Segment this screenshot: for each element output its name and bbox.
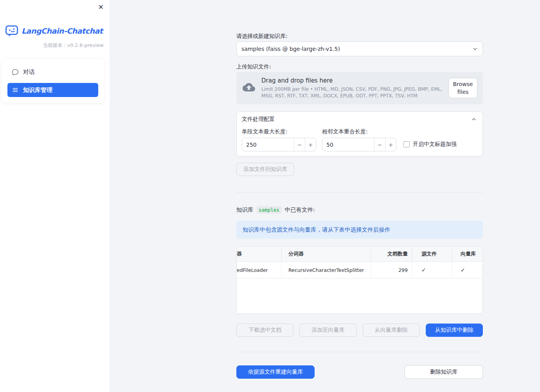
kb-files-table[interactable]: 文档加载器 分词器 文档数量 源文件 向量库 UnstructuredFileL… (236, 246, 483, 314)
divider (236, 192, 483, 192)
expander-title: 文件处理配置 (242, 116, 275, 123)
table-header-row: 文档加载器 分词器 文档数量 源文件 向量库 (237, 246, 482, 262)
info-banner: 知识库中包含源文件与向量库，请从下表中选择文件后操作 (236, 221, 483, 239)
overlap-size-label: 相邻文本重合长度: (322, 128, 396, 135)
chevron-down-icon (472, 45, 479, 52)
logo-text: LangChain-Chatchat (22, 27, 103, 35)
chat-icon (12, 69, 18, 75)
divider (236, 352, 483, 352)
chunk-size-input[interactable]: 250 − + (242, 138, 316, 151)
delete-kb-button[interactable]: 删除知识库 (405, 365, 483, 379)
cell-loader: UnstructuredFileLoader (237, 262, 282, 278)
overlap-size-input[interactable]: 50 − + (322, 138, 396, 151)
close-icon: ✕ (98, 4, 104, 11)
add-to-vector-store-button[interactable]: 添加至向量库 (299, 324, 356, 337)
browse-files-button[interactable]: Browse files (448, 78, 477, 99)
cell-doc-count: 299 (371, 262, 412, 278)
sidebar: ✕ LangChain-Chatchat 当前版本：v0.2.6-preview (0, 0, 110, 392)
delete-from-kb-button[interactable]: 从知识库中删除 (426, 324, 483, 337)
menu-item-label: 对话 (23, 68, 35, 76)
sidebar-item-dialogue[interactable]: 对话 (7, 65, 98, 79)
check-icon: ✓ (421, 267, 426, 273)
kb-select-label: 请选择或新建知识库: (236, 32, 483, 40)
kb-files-suffix: 中已有文件: (284, 207, 315, 213)
file-uploader-dropzone[interactable]: Drag and drop files here Limit 200MB per… (236, 72, 483, 104)
cell-vector-store: ✓ (452, 262, 482, 278)
uploader-title: Drag and drop files here (261, 77, 442, 84)
expander-content: 单段文本最大长度: 250 − + 相邻文本重合长度: 50 − + (237, 127, 482, 156)
app-root: ✕ LangChain-Chatchat 当前版本：v0.2.6-preview (0, 0, 540, 392)
download-selected-button[interactable]: 下载选中文档 (236, 324, 293, 337)
main-content: 请选择或新建知识库: samples (faiss @ bge-large-zh… (110, 0, 540, 392)
cell-source-file: ✓ (412, 262, 452, 278)
upload-label: 上传知识文件: (236, 63, 483, 70)
sidebar-item-knowledge-base[interactable]: 知识库管理 (7, 83, 98, 97)
kb-files-prefix: 知识库 (236, 207, 254, 213)
check-icon: ✓ (461, 267, 465, 273)
column-header-splitter[interactable]: 分词器 (282, 246, 371, 261)
version-label: 当前版本：v0.2.6-preview (0, 42, 110, 49)
overlap-size-value: 50 (322, 138, 374, 151)
overlap-size-increment-button[interactable]: + (385, 138, 396, 151)
rebuild-vector-store-button[interactable]: 依据源文件重建向量库 (236, 365, 315, 379)
uploader-text: Drag and drop files here Limit 200MB per… (261, 77, 442, 99)
list-icon (12, 87, 18, 93)
add-files-to-kb-button[interactable]: 添加文件到知识库 (236, 163, 294, 176)
column-header-vector-store[interactable]: 向量库 (452, 246, 482, 261)
column-header-source-file[interactable]: 源文件 (412, 246, 452, 261)
kb-selectbox[interactable]: samples (faiss @ bge-large-zh-v1.5) (236, 41, 483, 56)
zh-title-enhance-label: 开启中文标题加强 (413, 141, 457, 148)
cloud-upload-icon (243, 81, 255, 95)
chunk-size-decrement-button[interactable]: − (294, 138, 305, 151)
chunk-size-value: 250 (242, 138, 294, 151)
kb-footer-actions: 依据源文件重建向量库 删除知识库 (236, 365, 483, 379)
info-banner-text: 知识库中包含源文件与向量库，请从下表中选择文件后操作 (243, 226, 390, 234)
app-logo: LangChain-Chatchat (5, 25, 106, 37)
zh-title-enhance-checkbox[interactable]: 开启中文标题加强 (403, 141, 457, 148)
column-header-doc-count[interactable]: 文档数量 (371, 246, 412, 261)
kb-selectbox-value: samples (faiss @ bge-large-zh-v1.5) (241, 46, 340, 52)
chevron-up-icon (470, 116, 477, 123)
chunk-size-label: 单段文本最大长度: (242, 128, 316, 135)
file-config-expander: 文件处理配置 单段文本最大长度: 250 − + (236, 111, 483, 156)
menu-item-label: 知识库管理 (23, 86, 52, 94)
file-actions: 下载选中文档 添加至向量库 从向量库删除 从知识库中删除 (236, 324, 483, 337)
chat-bubble-logo-icon (5, 25, 18, 37)
chunk-size-increment-button[interactable]: + (305, 138, 316, 151)
sidebar-close-button[interactable]: ✕ (97, 2, 105, 12)
delete-from-vector-store-button[interactable]: 从向量库删除 (363, 324, 420, 337)
sidebar-menu: 对话 知识库管理 (2, 59, 104, 103)
uploader-limit-hint: Limit 200MB per file • HTML, MD, JSON, C… (261, 86, 442, 99)
table-row[interactable]: UnstructuredFileLoader RecursiveCharacte… (237, 262, 482, 279)
kb-name-code: samples (257, 206, 281, 214)
column-header-loader[interactable]: 文档加载器 (237, 246, 282, 261)
kb-files-heading: 知识库 samples 中已有文件: (236, 205, 483, 214)
expander-header[interactable]: 文件处理配置 (237, 112, 482, 127)
checkbox-box[interactable] (403, 141, 410, 147)
cell-splitter: RecursiveCharacterTextSplitter (282, 262, 371, 278)
overlap-size-decrement-button[interactable]: − (374, 138, 385, 151)
